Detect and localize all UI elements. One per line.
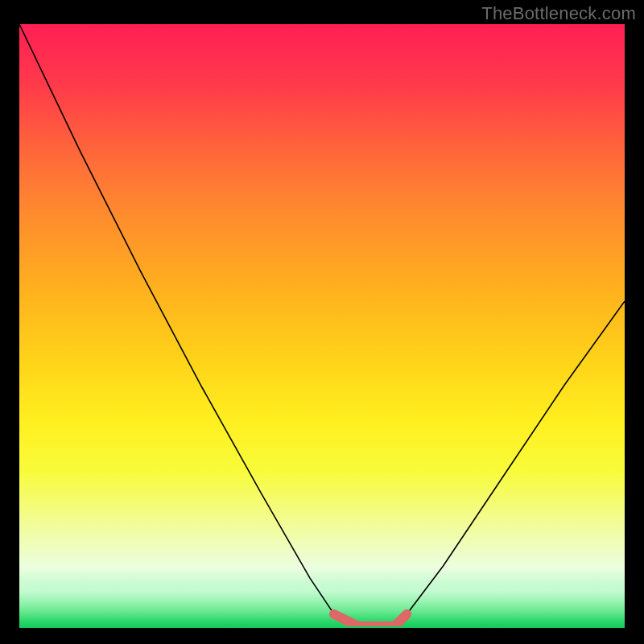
highlight-path xyxy=(334,614,407,626)
watermark-text: TheBottleneck.com xyxy=(481,3,636,24)
highlight-segment xyxy=(334,614,407,626)
chart-frame: TheBottleneck.com xyxy=(0,0,644,644)
bottleneck-curve-line xyxy=(19,24,625,626)
curve-path xyxy=(19,24,625,626)
plot-area xyxy=(19,24,625,628)
chart-svg xyxy=(19,24,625,626)
